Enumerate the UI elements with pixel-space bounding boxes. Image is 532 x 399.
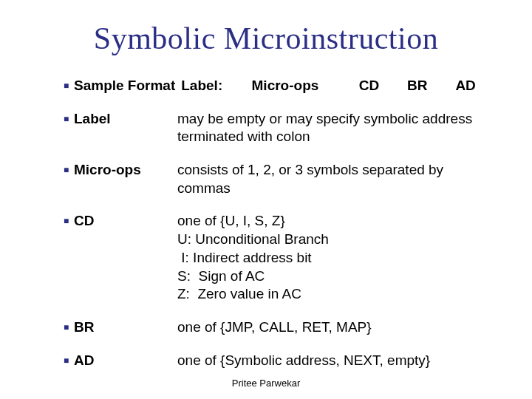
slide-title: Symbolic Microinstruction (37, 21, 495, 56)
cd-line3: I: Indirect address bit (177, 249, 495, 267)
sample-heading: Sample Format (74, 77, 175, 95)
bullet-icon: ■ (64, 161, 74, 177)
cd-line2: U: Unconditional Branch (177, 231, 495, 249)
item-ad: ■ AD one of {Symbolic address, NEXT, emp… (64, 352, 495, 370)
desc-cd: one of {U, I, S, Z} U: Unconditional Bra… (177, 212, 495, 303)
desc-label: may be empty or may specify symbolic add… (177, 110, 495, 146)
desc-br: one of {JMP, CALL, RET, MAP} (177, 318, 495, 337)
term-label: Label (74, 110, 177, 129)
item-br: ■ BR one of {JMP, CALL, RET, MAP} (64, 318, 495, 337)
item-cd: ■ CD one of {U, I, S, Z} U: Unconditiona… (64, 212, 495, 303)
desc-ad: one of {Symbolic address, NEXT, empty} (177, 352, 495, 370)
sample-format-row: ■ Sample Format Label: Micro-ops CD BR A… (64, 77, 495, 95)
bullet-icon: ■ (64, 318, 74, 334)
bullet-icon: ■ (64, 352, 74, 367)
cd-line1: one of {U, I, S, Z} (177, 212, 495, 231)
field-cd: CD (359, 77, 403, 95)
cd-line4: S: Sign of AC (177, 267, 495, 286)
term-microops: Micro-ops (74, 161, 177, 180)
sample-fields: Label: Micro-ops CD BR AD (181, 77, 476, 95)
term-ad: AD (74, 352, 177, 370)
cd-line5: Z: Zero value in AC (177, 285, 495, 304)
bullet-icon: ■ (64, 77, 74, 92)
bullet-icon: ■ (64, 212, 74, 228)
term-br: BR (74, 318, 177, 337)
field-microops: Micro-ops (252, 77, 355, 95)
desc-microops: consists of 1, 2, or 3 symbols separated… (177, 161, 495, 197)
slide-content: ■ Sample Format Label: Micro-ops CD BR A… (37, 77, 495, 369)
field-ad: AD (455, 77, 475, 95)
term-cd: CD (74, 212, 177, 231)
field-br: BR (407, 77, 451, 95)
slide: Symbolic Microinstruction ■ Sample Forma… (0, 0, 532, 399)
footer-author: Pritee Parwekar (0, 378, 532, 389)
item-label: ■ Label may be empty or may specify symb… (64, 110, 495, 146)
bullet-icon: ■ (64, 110, 74, 126)
item-microops: ■ Micro-ops consists of 1, 2, or 3 symbo… (64, 161, 495, 197)
field-label: Label: (181, 77, 248, 95)
